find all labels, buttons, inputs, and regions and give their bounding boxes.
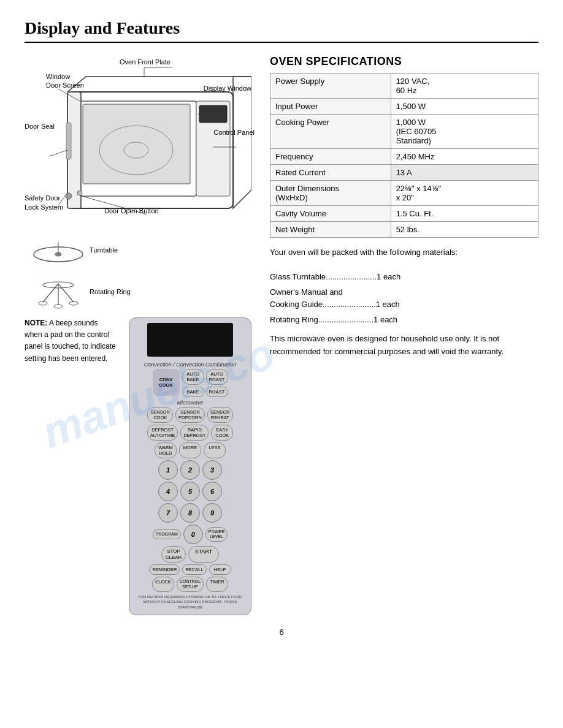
spec-row-power-supply: Power Supply 120 VAC,60 Hz [270, 74, 538, 99]
spec-row-rated-current: Rated Current 13 A [270, 165, 538, 181]
spec-label-net-weight: Net Weight [270, 222, 391, 238]
btn-clock[interactable]: CLOCK [152, 577, 174, 592]
cp-label-microwave: Microwave [134, 400, 246, 406]
spec-label-cooking-power: Cooking Power [270, 115, 391, 149]
btn-7[interactable]: 7 [158, 503, 178, 523]
spec-value-net-weight: 52 lbs. [391, 222, 538, 238]
btn-conv-cook[interactable]: CONVCOOK [153, 369, 180, 396]
btn-6[interactable]: 6 [202, 482, 222, 501]
specs-title: OVEN SPECIFICATIONS [270, 55, 538, 68]
spec-value-cooking-power: 1,000 W(IEC 60705Standard) [391, 115, 538, 149]
btn-roast[interactable]: ROAST [206, 387, 228, 397]
spec-label-rated-current: Rated Current [270, 165, 391, 181]
spec-value-outer-dimensions: 22⅝" x 14⅞"x 20" [391, 181, 538, 206]
btn-recall[interactable]: RECALL [182, 564, 206, 575]
btn-less[interactable]: LESS [204, 442, 226, 458]
btn-sensor-popcorn[interactable]: SENSORPOPCORN [175, 407, 205, 423]
cp-display [147, 323, 233, 357]
btn-4[interactable]: 4 [158, 482, 178, 501]
btn-timer[interactable]: TIMER [206, 577, 228, 592]
label-control-panel: Control Panel [213, 129, 255, 136]
materials-item-rotating-ring: Rotating Ring.........................1 … [270, 314, 538, 327]
label-rotating-ring: Rotating Ring [90, 288, 131, 295]
spec-value-input-power: 1,500 W [391, 99, 538, 115]
spec-label-input-power: Input Power [270, 99, 391, 115]
btn-defrost-auto[interactable]: DEFROSTAUTO/TIME [147, 425, 178, 441]
materials-item-manual: Owner's Manual andCooking Guide.........… [270, 286, 538, 312]
btn-stop-clear[interactable]: STOPCLEAR [161, 546, 186, 563]
btn-sensor-reheat[interactable]: SENSORREHEAT [207, 407, 233, 423]
label-safety-door-lock: Safety DoorLock System [25, 194, 63, 211]
label-door-seal: Door Seal [25, 123, 55, 130]
btn-warm-hold[interactable]: WARMHOLD [155, 442, 177, 458]
btn-program[interactable]: PROGRAM [153, 529, 181, 539]
svg-point-16 [77, 191, 82, 195]
btn-more[interactable]: MORE [179, 442, 201, 458]
turntable-svg [31, 233, 86, 267]
btn-auto-bake[interactable]: AUTOBAKE [182, 369, 204, 385]
spec-label-frequency: Frequency [270, 149, 391, 165]
svg-line-13 [49, 150, 67, 156]
svg-rect-3 [83, 104, 190, 184]
btn-start[interactable]: START [188, 546, 219, 563]
btn-rapid-defrost[interactable]: RAPIDDEFROST [180, 425, 209, 441]
label-window-door-screen: WindowDoor Screen [46, 72, 84, 90]
btn-power-level[interactable]: POWERLEVEL [205, 527, 228, 542]
spec-value-frequency: 2,450 MHz [391, 149, 538, 165]
btn-bake[interactable]: BAKE [182, 387, 204, 397]
left-column: Oven Front Plate WindowDoor Screen Door … [25, 55, 258, 615]
btn-sensor-cook[interactable]: SENSORCOOK [147, 407, 173, 423]
spec-row-net-weight: Net Weight 52 lbs. [270, 222, 538, 238]
spec-value-rated-current: 13 A [391, 165, 538, 181]
note-section: NOTE: A beep sounds when a pad on the co… [25, 317, 117, 615]
btn-1[interactable]: 1 [158, 460, 178, 480]
spec-row-input-power: Input Power 1,500 W [270, 99, 538, 115]
page-number: 6 [25, 628, 538, 637]
btn-2[interactable]: 2 [180, 460, 200, 480]
label-turntable: Turntable [90, 246, 118, 254]
specs-table: Power Supply 120 VAC,60 Hz Input Power 1… [270, 73, 538, 238]
svg-rect-8 [66, 123, 71, 159]
spec-row-frequency: Frequency 2,450 MHz [270, 149, 538, 165]
right-column: OVEN SPECIFICATIONS Power Supply 120 VAC… [270, 55, 538, 615]
label-oven-front-plate: Oven Front Plate [120, 58, 170, 66]
spec-row-cooking-power: Cooking Power 1,000 W(IEC 60705Standard) [270, 115, 538, 149]
btn-5[interactable]: 5 [180, 482, 200, 501]
btn-3[interactable]: 3 [202, 460, 222, 480]
rotating-ring-svg [31, 271, 86, 311]
btn-control-setup[interactable]: CONTROLSET-UP [177, 577, 204, 592]
btn-easy-cook[interactable]: EASYCOOK [211, 425, 233, 441]
spec-row-outer-dimensions: Outer Dimensions(WxHxD) 22⅝" x 14⅞"x 20" [270, 181, 538, 206]
btn-0[interactable]: 0 [183, 525, 203, 544]
btn-reminder[interactable]: REMINDER [149, 564, 180, 575]
label-display-window: Display Window [204, 85, 251, 92]
cp-bottom-note: FOR RECIPES REQUIRING STIRRING OR TO CHE… [134, 594, 246, 610]
btn-9[interactable]: 9 [202, 503, 222, 523]
spec-value-power-supply: 120 VAC,60 Hz [391, 74, 538, 99]
btn-auto-roast[interactable]: AUTOROAST [206, 369, 228, 385]
materials-item-turntable: Glass Turntable.......................1 … [270, 271, 538, 284]
note-prefix: NOTE: [25, 319, 47, 327]
materials-intro: Your oven will be packed with the follow… [270, 246, 538, 259]
svg-rect-7 [199, 105, 227, 123]
cp-label-convection: Convection / Convection Combination [134, 362, 246, 368]
spec-label-cavity-volume: Cavity Volume [270, 206, 391, 222]
spec-value-cavity-volume: 1.5 Cu. Ft. [391, 206, 538, 222]
disclaimer: This microwave oven is designed for hous… [270, 333, 538, 358]
btn-help[interactable]: HELP [209, 564, 231, 575]
page-title: Display and Features [25, 18, 538, 43]
label-door-open-button: Door Open Button [104, 207, 159, 214]
spec-row-cavity-volume: Cavity Volume 1.5 Cu. Ft. [270, 206, 538, 222]
oven-diagram: Oven Front Plate WindowDoor Screen Door … [25, 55, 251, 245]
spec-label-power-supply: Power Supply [270, 74, 391, 99]
control-panel-diagram: Convection / Convection Combination CONV… [129, 317, 251, 615]
btn-8[interactable]: 8 [180, 503, 200, 523]
spec-label-outer-dimensions: Outer Dimensions(WxHxD) [270, 181, 391, 206]
materials-section: Your oven will be packed with the follow… [270, 246, 538, 327]
